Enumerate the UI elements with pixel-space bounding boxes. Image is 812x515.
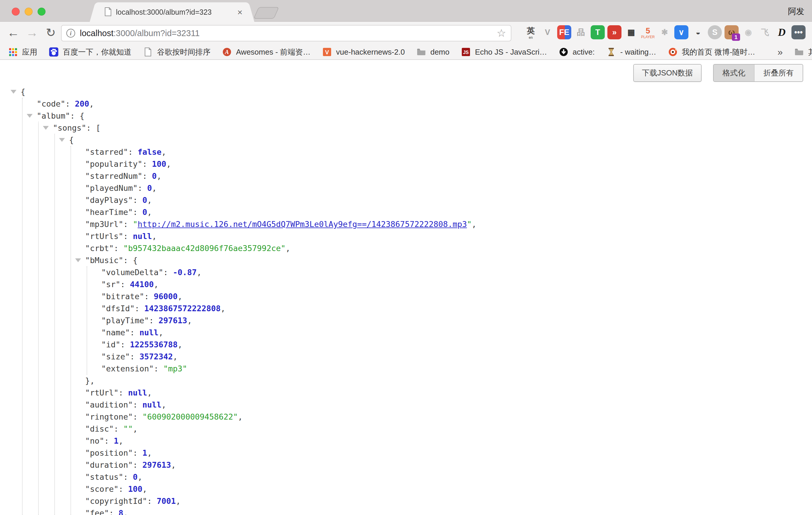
json-value-number: 3572342: [140, 352, 173, 361]
json-bracket: [: [96, 123, 100, 133]
chrome-menu-icon[interactable]: ⋮: [797, 26, 808, 40]
qr-code-icon[interactable]: ▦: [624, 25, 638, 39]
bookmark-active[interactable]: active:: [558, 47, 595, 57]
json-key: "fee": [85, 509, 109, 515]
bookmark-waiting[interactable]: - waiting…: [606, 47, 657, 57]
json-key: "rtUrl": [85, 388, 119, 397]
json-line: {: [0, 86, 812, 98]
json-colon: :: [119, 388, 128, 397]
json-value-null: null: [140, 328, 158, 337]
zoom-window-button[interactable]: [37, 8, 46, 16]
reload-icon[interactable]: ↻: [43, 25, 59, 40]
shield-t-icon[interactable]: T: [591, 25, 605, 39]
json-value-null: null: [142, 400, 162, 409]
bird-icon[interactable]: 飞: [758, 25, 772, 39]
html5-player-icon-subtext: PLAYER: [641, 35, 655, 38]
bookmark-echojs-label: Echo JS - JavaScri…: [475, 48, 547, 57]
json-line: "fee": 8,: [0, 507, 812, 515]
active-tab[interactable]: localhost:3000/album?id=323 ×: [97, 2, 247, 22]
html5-player-icon[interactable]: 5PLAYER: [641, 25, 655, 39]
collapse-toggle-icon[interactable]: [59, 138, 65, 142]
json-key: "score": [85, 484, 119, 493]
bookmark-baidu[interactable]: 百度一下，你就知道: [49, 47, 132, 57]
json-line: "copyrightId": 7001,: [0, 495, 812, 507]
json-value-number: 100: [128, 484, 142, 493]
collapse-toggle-icon[interactable]: [43, 126, 49, 130]
bookmark-demo-folder[interactable]: demo: [416, 47, 450, 57]
weibo-eye-icon[interactable]: ◉: [741, 25, 755, 39]
json-value-link[interactable]: http://m2.music.126.net/mO4G5dQ7WPm3Le0l…: [138, 220, 467, 229]
back-icon[interactable]: ←: [5, 25, 21, 40]
json-key: "starredNum": [85, 171, 142, 180]
json-line: "mp3Url": "http://m2.music.126.net/mO4G5…: [0, 218, 812, 230]
fast-forward-icon-glyph: »: [612, 28, 616, 37]
url-text[interactable]: localhost:3000/album?id=32311: [80, 28, 200, 38]
json-line: "crbt": "b957432baaac42d8096f76ae357992c…: [0, 242, 812, 254]
bookmark-apps-label: 应用: [22, 47, 37, 57]
monkey-icon[interactable]: ω1: [725, 25, 738, 39]
json-comma: ,: [89, 99, 94, 108]
d-letter-icon[interactable]: D: [775, 25, 789, 39]
json-key: "name": [101, 328, 130, 337]
json-value-number: 297613: [158, 316, 187, 325]
json-key: "hearTime": [85, 208, 133, 217]
collapse-toggle-icon[interactable]: [10, 90, 17, 94]
download-json-button[interactable]: 下载JSON数据: [633, 64, 702, 82]
mask-icon[interactable]: ◒: [691, 25, 705, 39]
other-bookmarks[interactable]: 其他书签: [794, 47, 812, 57]
json-colon: :: [133, 412, 143, 421]
close-window-button[interactable]: [12, 8, 20, 16]
json-line: "extension": "mp3": [0, 363, 812, 375]
json-comma: ,: [147, 208, 152, 217]
json-quote: ": [467, 220, 471, 229]
forward-icon: →: [24, 25, 40, 40]
html5-player-icon-glyph: 5: [645, 26, 650, 35]
bookmark-vue-hackernews[interactable]: Vvue-hackernews-2.0: [322, 47, 405, 57]
bookmarks-overflow-chevron[interactable]: »: [777, 47, 783, 58]
bookmark-star-icon[interactable]: ☆: [497, 28, 506, 38]
sitemap-icon[interactable]: 品: [574, 25, 588, 39]
fe-icon[interactable]: FE: [557, 25, 571, 39]
json-line: },: [0, 375, 812, 387]
page-info-icon[interactable]: i: [66, 29, 75, 37]
json-comma: ,: [162, 400, 166, 409]
json-colon: :: [130, 352, 140, 361]
json-value-number: 1423867572222808: [144, 304, 221, 313]
json-line: "playTime": 297613,: [0, 314, 812, 326]
json-key: "album": [37, 111, 70, 120]
format-button[interactable]: 格式化: [713, 64, 754, 82]
fast-forward-icon[interactable]: »: [607, 25, 621, 39]
browser-window: localhost:3000/album?id=323 × 阿发 ← → ↻ i…: [0, 0, 812, 515]
json-key: "playTime": [101, 316, 149, 325]
collapse-all-button[interactable]: 折叠所有: [754, 64, 803, 82]
json-viewer: {"code": 200,"album": {"songs": [{"starr…: [0, 86, 812, 515]
json-key: "position": [85, 448, 133, 457]
new-tab-button[interactable]: [253, 7, 279, 19]
json-colon: :: [70, 111, 80, 120]
translate-icon[interactable]: 英en: [524, 25, 538, 39]
paw-icon[interactable]: ✱: [658, 25, 672, 39]
collapse-toggle-icon[interactable]: [75, 258, 81, 262]
address-bar[interactable]: i localhost:3000/album?id=32311 ☆: [61, 25, 512, 41]
json-comma: ,: [197, 268, 201, 277]
bookmark-echojs[interactable]: JSEcho JS - JavaScri…: [461, 47, 547, 57]
bookmark-google-sort[interactable]: 谷歌按时间排序: [143, 47, 210, 57]
bookmark-google-sort-label: 谷歌按时间排序: [157, 47, 210, 57]
bookmark-apps[interactable]: 应用: [8, 47, 37, 57]
s-circle-icon[interactable]: S: [708, 25, 722, 39]
qr-code-icon-glyph: ▦: [627, 28, 635, 37]
profile-name[interactable]: 阿发: [788, 6, 804, 17]
vue-gray-icon[interactable]: V: [541, 25, 555, 39]
json-value-number: 1: [142, 448, 147, 457]
json-line: "album": {: [0, 110, 812, 122]
bookmark-weibo-home[interactable]: 我的首页 微博-随时…: [668, 47, 755, 57]
json-line: "bMusic": {: [0, 254, 812, 266]
json-colon: :: [154, 364, 164, 373]
json-bracket: {: [80, 111, 84, 120]
minimize-window-button[interactable]: [25, 8, 33, 16]
chevron-down-icon[interactable]: ∨: [674, 25, 688, 39]
collapse-toggle-icon[interactable]: [27, 114, 33, 118]
translate-icon-glyph: 英: [527, 26, 535, 36]
tab-close-icon[interactable]: ×: [237, 8, 242, 17]
bookmark-awesomes[interactable]: AAwesomes - 前端资…: [222, 47, 311, 57]
